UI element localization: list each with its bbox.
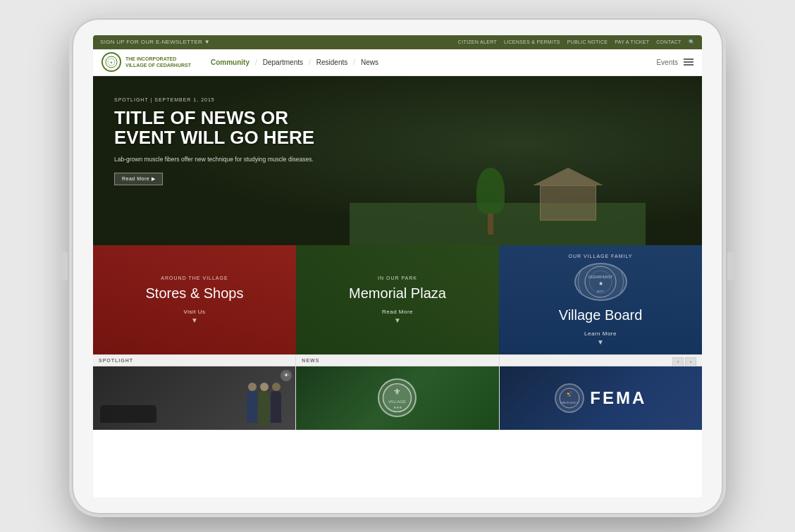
- plaza-card-arrow: ▼: [394, 316, 401, 324]
- svg-text:★: ★: [110, 61, 113, 64]
- public-notice-link[interactable]: PUBLIC NOTICE: [567, 39, 608, 44]
- contact-link[interactable]: CONTACT: [656, 39, 681, 44]
- news-header: NEWS: [295, 355, 498, 366]
- bottom-nav-arrows: ‹ ›: [672, 357, 696, 367]
- hero-read-more-button[interactable]: Read More ▶: [114, 173, 163, 185]
- plaza-card-action[interactable]: Read More: [382, 309, 413, 315]
- village-seal: CEDARHURST ★ SEPT.: [574, 263, 627, 301]
- stores-card-title: Stores & Shops: [146, 285, 244, 302]
- events-label[interactable]: Events: [656, 58, 678, 66]
- stores-card-label: AROUND THE VILLAGE: [161, 276, 228, 280]
- utility-bar: SIGN UP FOR OUR E-NEWSLETTER ▼ CITIZEN A…: [93, 35, 702, 49]
- svg-text:★: ★: [598, 280, 603, 287]
- logo-area[interactable]: ★ THE INCORPORATED VILLAGE OF CEDARHURST: [101, 52, 191, 72]
- fema-image-cell[interactable]: 🦅 EMERGENCY FEMA: [499, 366, 702, 430]
- village-board-card[interactable]: OUR VILLAGE FAMILY CEDARHURST ★ SEPT.: [499, 245, 702, 354]
- ipad-screen: SIGN UP FOR OUR E-NEWSLETTER ▼ CITIZEN A…: [93, 35, 702, 497]
- stores-card-arrow: ▼: [191, 316, 198, 324]
- board-card-title: Village Board: [559, 307, 643, 323]
- plaza-card-title: Memorial Plaza: [349, 285, 446, 302]
- nav-bar: ★ THE INCORPORATED VILLAGE OF CEDARHURST…: [93, 49, 702, 76]
- fema-logo-group: 🦅 EMERGENCY FEMA: [555, 383, 646, 413]
- bottom-images-row: 👁 ⚜ VILLAGE ★★★: [93, 366, 702, 430]
- nav-right: Events: [656, 58, 694, 66]
- licenses-permits-link[interactable]: LICENSES & PERMITS: [504, 39, 560, 44]
- svg-text:🦅: 🦅: [566, 390, 573, 397]
- nav-departments[interactable]: Departments: [257, 58, 309, 66]
- nav-residents[interactable]: Residents: [311, 58, 353, 66]
- svg-text:★★★: ★★★: [393, 405, 402, 409]
- eye-icon: 👁: [281, 370, 292, 381]
- svg-text:VILLAGE: VILLAGE: [388, 400, 406, 404]
- ipad-device: SIGN UP FOR OUR E-NEWSLETTER ▼ CITIZEN A…: [73, 20, 722, 513]
- svg-text:EMERGENCY: EMERGENCY: [560, 401, 579, 404]
- prev-arrow[interactable]: ‹: [672, 357, 684, 367]
- bottom-header-row: SPOTLIGHT NEWS ‹ ›: [93, 354, 702, 366]
- hamburger-menu[interactable]: [684, 58, 694, 66]
- coat-of-arms: ⚜ VILLAGE ★★★: [378, 378, 417, 417]
- logo-circle: ★: [101, 52, 121, 72]
- memorial-plaza-card[interactable]: IN OUR PARK Memorial Plaza Read More ▼: [296, 245, 499, 354]
- nav-links: Community / Departments / Residents / Ne…: [205, 58, 656, 66]
- nav-news[interactable]: News: [355, 58, 384, 66]
- news-image-cell: ⚜ VILLAGE ★★★: [295, 366, 498, 430]
- stores-card-action[interactable]: Visit Us: [184, 309, 206, 315]
- third-panel-header: ‹ ›: [499, 355, 702, 366]
- plaza-card-label: IN OUR PARK: [378, 276, 417, 280]
- board-card-action[interactable]: Learn More: [584, 330, 617, 337]
- board-card-label: OUR VILLAGE FAMILY: [568, 254, 632, 259]
- utility-links: CITIZEN ALERT LICENSES & PERMITS PUBLIC …: [458, 39, 695, 45]
- board-card-arrow: ▼: [597, 338, 604, 346]
- svg-text:SEPT.: SEPT.: [596, 290, 604, 293]
- hero-description: Lab-grown muscle fibers offer new techni…: [114, 155, 340, 164]
- next-arrow[interactable]: ›: [685, 357, 696, 367]
- spotlight-header: SPOTLIGHT: [93, 355, 295, 366]
- feature-cards-row: AROUND THE VILLAGE Stores & Shops Visit …: [93, 245, 702, 354]
- svg-text:⚜: ⚜: [393, 387, 401, 397]
- fema-seal-circle: 🦅 EMERGENCY: [555, 383, 584, 413]
- park-scene: [350, 104, 646, 245]
- spotlight-image-cell: 👁: [93, 366, 295, 430]
- logo-text: THE INCORPORATED VILLAGE OF CEDARHURST: [125, 56, 191, 68]
- stores-shops-card[interactable]: AROUND THE VILLAGE Stores & Shops Visit …: [93, 245, 296, 354]
- newsletter-signup[interactable]: SIGN UP FOR OUR E-NEWSLETTER ▼: [100, 39, 210, 45]
- svg-text:CEDARHURST: CEDARHURST: [588, 275, 613, 279]
- hero-content: SPOTLIGHT | SEPTEMBER 1, 2015 TITLE OF N…: [114, 97, 340, 186]
- pay-ticket-link[interactable]: PAY A TICKET: [615, 39, 649, 44]
- fema-wordmark: FEMA: [590, 388, 646, 408]
- nav-community[interactable]: Community: [205, 58, 255, 66]
- hero-title: TITLE OF NEWS OR EVENT WILL GO HERE: [114, 108, 340, 148]
- search-icon[interactable]: 🔍: [689, 39, 695, 45]
- citizen-alert-link[interactable]: CITIZEN ALERT: [458, 39, 497, 44]
- hero-section: SPOTLIGHT | SEPTEMBER 1, 2015 TITLE OF N…: [93, 76, 702, 245]
- hero-spotlight-label: SPOTLIGHT | SEPTEMBER 1, 2015: [114, 97, 340, 102]
- bottom-section: SPOTLIGHT NEWS ‹ ›: [93, 354, 702, 430]
